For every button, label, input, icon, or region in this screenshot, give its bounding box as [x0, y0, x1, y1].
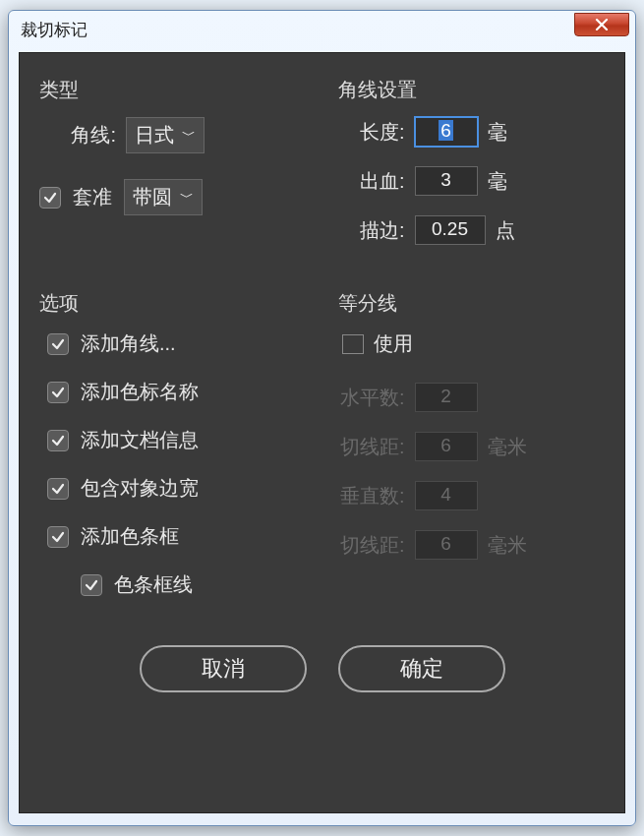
ok-button[interactable]: 确定	[338, 645, 505, 692]
option-row: 添加色条框	[39, 523, 307, 550]
type-group-title: 类型	[39, 77, 307, 103]
divide-title: 等分线	[338, 290, 606, 317]
register-value: 带圆	[133, 184, 172, 210]
h-gap-label: 切线距:	[338, 434, 405, 460]
option-checkbox-color-bar-line[interactable]	[81, 574, 102, 596]
stroke-input[interactable]: 0.25	[415, 215, 486, 245]
bleed-unit: 毫	[488, 168, 517, 195]
check-icon	[51, 337, 65, 351]
close-icon	[595, 19, 609, 30]
option-checkbox-include-bounds[interactable]	[47, 478, 69, 500]
register-label: 套准	[73, 184, 112, 210]
chevron-down-icon: ﹀	[182, 127, 196, 145]
stroke-label: 描边:	[338, 217, 405, 244]
v-count-label: 垂直数:	[338, 483, 405, 509]
h-gap-unit: 毫米	[488, 434, 527, 460]
type-group: 类型 角线: 日式 ﹀ 套准 带圆	[37, 73, 309, 269]
v-gap-value: 6	[440, 533, 451, 554]
option-row: 添加文档信息	[39, 427, 307, 453]
check-icon	[43, 191, 57, 205]
corner-line-value: 日式	[135, 122, 174, 149]
v-gap-unit: 毫米	[488, 532, 527, 559]
cancel-label: 取消	[202, 654, 245, 684]
register-checkbox[interactable]	[39, 187, 61, 209]
option-checkbox-add-corner[interactable]	[47, 333, 69, 355]
v-count-input: 4	[415, 481, 478, 510]
option-checkbox-add-doc-info[interactable]	[47, 430, 69, 451]
option-sub-row: 色条框线	[39, 571, 307, 598]
bleed-label: 出血:	[338, 168, 405, 195]
stroke-value: 0.25	[432, 218, 468, 239]
option-label: 添加色标名称	[81, 379, 199, 405]
h-gap-input: 6	[415, 432, 478, 461]
length-input[interactable]: 6	[415, 117, 478, 147]
check-icon	[51, 530, 65, 544]
register-select[interactable]: 带圆 ﹀	[124, 179, 203, 215]
use-checkbox[interactable]	[342, 334, 364, 354]
option-label: 添加文档信息	[81, 427, 199, 453]
dialog-window: 裁切标记 类型 角线: 日式 ﹀	[8, 10, 636, 826]
v-gap-label: 切线距:	[338, 532, 405, 559]
use-label: 使用	[374, 330, 413, 357]
check-icon	[51, 434, 65, 448]
v-gap-input: 6	[415, 530, 478, 560]
length-value: 6	[439, 120, 453, 141]
divide-group: 等分线 使用 水平数: 2 切线距: 6	[336, 286, 608, 624]
h-count-input: 2	[415, 383, 478, 412]
length-unit: 毫	[488, 119, 517, 146]
close-button[interactable]	[574, 13, 629, 36]
option-row: 添加色标名称	[39, 379, 307, 405]
h-count-label: 水平数:	[338, 385, 405, 411]
corner-settings-group: 角线设置 长度: 6 毫 出血: 3 毫 描边:	[336, 73, 608, 269]
options-title: 选项	[39, 290, 307, 317]
corner-line-select[interactable]: 日式 ﹀	[126, 117, 205, 153]
option-row: 添加角线...	[39, 330, 307, 357]
bleed-value: 3	[440, 169, 451, 190]
option-label: 添加角线...	[81, 330, 176, 357]
option-checkbox-add-color-bar[interactable]	[47, 526, 69, 548]
dialog-buttons: 取消 确定	[37, 645, 607, 692]
check-icon	[51, 482, 65, 496]
stroke-unit: 点	[496, 217, 525, 244]
option-row: 包含对象边宽	[39, 475, 307, 502]
check-icon	[85, 578, 98, 592]
bleed-input[interactable]: 3	[415, 166, 478, 196]
option-checkbox-add-swatch-name[interactable]	[47, 382, 69, 403]
corner-settings-title: 角线设置	[338, 77, 606, 103]
ok-label: 确定	[400, 654, 443, 684]
h-count-value: 2	[440, 386, 451, 406]
dialog-content: 类型 角线: 日式 ﹀ 套准 带圆	[19, 52, 625, 813]
v-count-value: 4	[440, 484, 451, 505]
options-group: 选项 添加角线... 添加色标名称 添	[37, 286, 309, 624]
titlebar[interactable]: 裁切标记	[9, 11, 635, 48]
check-icon	[51, 386, 65, 399]
corner-line-label: 角线:	[39, 122, 116, 149]
cancel-button[interactable]: 取消	[140, 645, 307, 692]
chevron-down-icon: ﹀	[180, 189, 194, 207]
option-label: 包含对象边宽	[81, 475, 199, 502]
option-sub-label: 色条框线	[114, 571, 193, 598]
length-label: 长度:	[338, 119, 405, 146]
h-gap-value: 6	[440, 435, 451, 455]
option-label: 添加色条框	[81, 523, 179, 550]
window-title: 裁切标记	[21, 19, 88, 41]
